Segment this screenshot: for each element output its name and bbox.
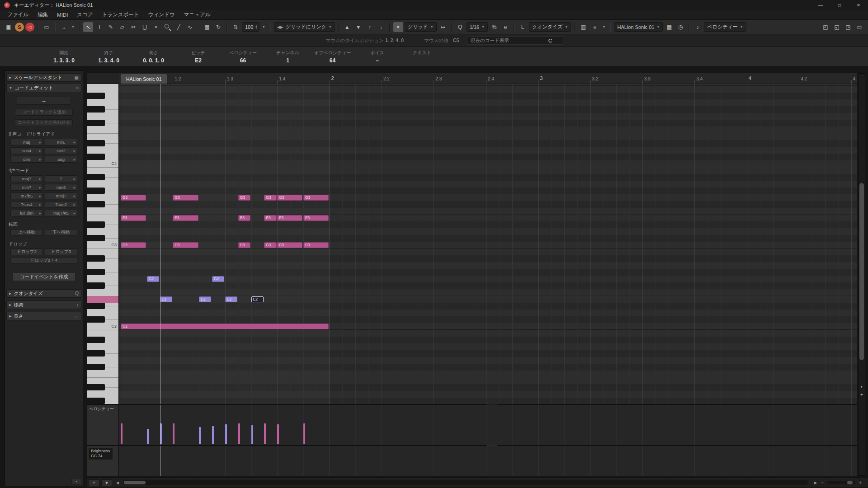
split-tool[interactable]: ✂ — [128, 22, 138, 32]
tetrad-chord-button[interactable]: maj7▶ — [10, 175, 43, 182]
piano-key-black[interactable] — [87, 255, 105, 262]
info-field-value[interactable]: 1 — [265, 57, 310, 64]
tetrad-chord-button[interactable]: 7▶ — [45, 175, 77, 182]
tetrad-chord-button[interactable]: maj7/#5▶ — [45, 210, 77, 216]
insert-velocity-value[interactable]: 100▲▼ — [242, 22, 259, 32]
velocity-bar[interactable] — [212, 426, 214, 444]
erase-tool[interactable]: ▱ — [117, 22, 127, 32]
horizontal-zoom-in-button[interactable]: + — [857, 480, 863, 485]
midi-note[interactable]: E2 — [199, 296, 211, 302]
lane-divider[interactable]: ----- — [87, 445, 857, 446]
piano-key-black[interactable] — [87, 93, 105, 99]
part-select[interactable]: HALion Sonic 01▼ — [614, 22, 663, 32]
piano-keyboard[interactable]: C1C2C3C4C5 — [87, 84, 119, 404]
lane-presets-button[interactable]: ▼ — [101, 479, 112, 486]
cc-parameter-chip[interactable]: Brightness CC 74 — [89, 448, 113, 460]
move-down-icon[interactable]: ▼ — [354, 22, 363, 32]
scroll-left-button[interactable]: ◀ — [114, 481, 121, 485]
solo-button[interactable]: S — [15, 23, 24, 32]
vertical-zoom-dot[interactable]: ● — [861, 385, 863, 388]
inversion-button[interactable]: 下へ移動 — [45, 229, 77, 236]
tetrad-chord-button[interactable]: minj7▶ — [45, 192, 77, 199]
tetrad-chord-button[interactable]: min7▶ — [10, 184, 43, 191]
draw-tool[interactable]: ✎ — [106, 22, 116, 32]
section-scale-assistant[interactable]: ▶ スケールアシスタント ▦ — [6, 73, 81, 82]
midi-note[interactable]: G3 — [173, 195, 198, 201]
move-up-icon[interactable]: ▲ — [342, 22, 352, 32]
line-tool[interactable]: ╱ — [174, 22, 184, 32]
piano-key-black[interactable] — [87, 337, 105, 343]
quantize-preset-select[interactable]: 1/16▼ — [467, 22, 488, 32]
piano-key-black[interactable] — [87, 269, 105, 275]
part-options-dropdown[interactable]: ▼ — [601, 22, 607, 32]
horizontal-scrollbar-thumb[interactable] — [124, 481, 146, 484]
midi-note[interactable]: E2 — [160, 296, 172, 302]
zoom-tool[interactable] — [162, 22, 172, 32]
triad-chord-button[interactable]: sus4▶ — [10, 147, 43, 154]
vertical-scrollbar[interactable]: ● + — [858, 73, 865, 476]
inversion-button[interactable]: 上へ移動 — [10, 229, 43, 236]
section-transpose[interactable]: ▶ 移調 ↕ — [6, 300, 81, 309]
info-field-value[interactable]: 1. 3. 3. 0 — [42, 57, 86, 64]
info-field-value[interactable]: – — [355, 57, 400, 64]
curve-tool[interactable]: ∿ — [185, 22, 195, 32]
left-zone-toggle[interactable]: ◰ — [821, 22, 830, 32]
velocity-bar[interactable] — [121, 423, 123, 444]
lane-resize-handle[interactable]: ----- — [485, 443, 500, 447]
velocity-bar[interactable] — [264, 423, 266, 444]
tetrad-chord-button[interactable]: m7/b5▶ — [10, 192, 43, 199]
time-format-icon[interactable]: ◷ — [675, 22, 685, 32]
midi-note[interactable]: E3 — [303, 215, 329, 221]
lower-zone-toggle[interactable]: ◱ — [832, 22, 842, 32]
vertical-zoom-in-button[interactable]: + — [860, 392, 863, 397]
selected-pitch-key[interactable] — [87, 296, 118, 303]
menu-item[interactable]: 編集 — [33, 11, 52, 18]
triad-chord-button[interactable]: dim▶ — [10, 156, 43, 163]
select-tool[interactable]: ↖ — [83, 22, 93, 32]
midi-note[interactable]: C3 — [303, 242, 329, 248]
midi-note[interactable]: C3 — [121, 242, 146, 248]
add-chord-track-button[interactable]: コードトラックを追加 — [15, 109, 73, 116]
midi-note[interactable]: E3 — [121, 215, 146, 221]
velocity-bar[interactable] — [251, 425, 253, 444]
menu-item[interactable]: ファイル — [3, 11, 33, 18]
midi-note[interactable]: C3 — [238, 242, 250, 248]
grid-overlay-icon[interactable]: ▦ — [664, 22, 674, 32]
piano-key-black[interactable] — [87, 235, 105, 241]
horizontal-zoom-slider[interactable] — [827, 481, 855, 484]
timeline-ruler[interactable]: 11.21.31.422.22.32.433.23.33.444.24.3 — [119, 73, 857, 84]
triad-chord-button[interactable]: sus2▶ — [45, 147, 77, 154]
midi-note[interactable]: E3 — [173, 215, 198, 221]
drop-voicing-button[interactable]: ドロップ3 — [45, 249, 77, 255]
playhead[interactable] — [160, 405, 160, 445]
mute-tool[interactable]: × — [151, 22, 161, 32]
vertical-scrollbar-thumb[interactable] — [859, 183, 864, 360]
midi-note[interactable]: G2 — [212, 276, 224, 282]
horizontal-zoom-out-button[interactable]: − — [819, 480, 826, 485]
piano-key-black[interactable] — [87, 398, 105, 404]
velocity-bar[interactable] — [199, 427, 201, 444]
length-quantize-icon[interactable]: L — [518, 22, 528, 32]
piano-key-black[interactable] — [87, 201, 105, 207]
midi-note[interactable]: C3 — [173, 242, 198, 248]
menu-item[interactable]: スコア — [72, 11, 97, 18]
color-scheme-select[interactable]: ベロシティー▼ — [704, 22, 746, 32]
info-field-value[interactable]: 66 — [221, 57, 265, 64]
section-length[interactable]: ▶ 長さ ↔ — [6, 312, 81, 320]
drop-voicing-button[interactable]: ドロップ2 — [10, 249, 43, 255]
velocity-bar[interactable] — [147, 429, 149, 444]
playhead[interactable] — [160, 84, 160, 404]
midi-note[interactable]: C3 — [264, 242, 276, 248]
glue-tool[interactable]: ⋃ — [140, 22, 150, 32]
midi-note[interactable]: G3 — [303, 195, 329, 201]
horizontal-zoom-slider-thumb[interactable] — [847, 481, 853, 484]
iterative-quantize-icon[interactable]: % — [489, 22, 499, 32]
midi-note[interactable]: E3 — [277, 215, 302, 221]
piano-key-black[interactable] — [87, 316, 105, 323]
insert-velocity-dropdown[interactable]: ▼ — [261, 22, 267, 32]
midi-note[interactable]: C3 — [277, 242, 302, 248]
info-field-value[interactable]: 1. 3. 4. 0 — [86, 57, 131, 64]
section-chord-edit[interactable]: ▼ コードエディット ≡ — [6, 84, 81, 92]
midi-note[interactable]: E2 — [225, 296, 237, 302]
velocity-bar[interactable] — [238, 423, 240, 444]
